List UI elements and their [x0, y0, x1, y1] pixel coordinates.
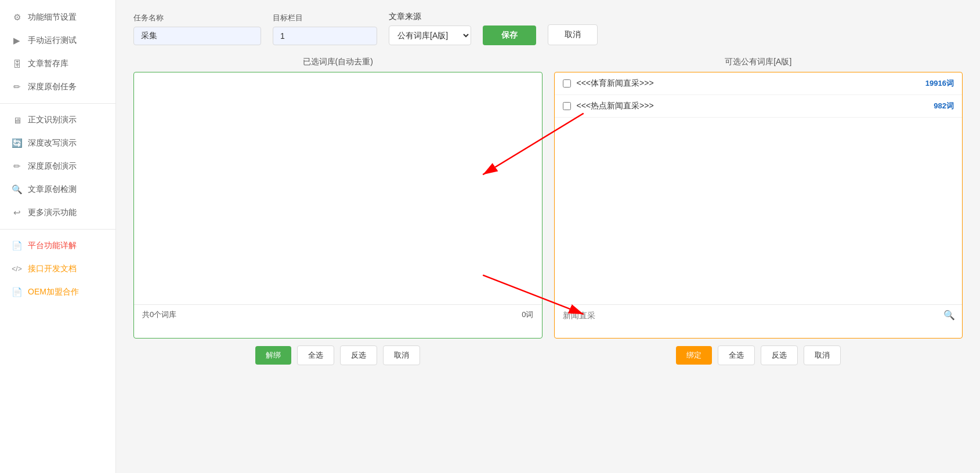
- word-label-2: <<<热点新闻直采>>>: [577, 101, 928, 111]
- sidebar-item-text-recognize[interactable]: 🖥 正文识别演示: [0, 108, 115, 132]
- doc2-icon: 📄: [12, 287, 22, 297]
- search-icon: 🔍: [12, 184, 22, 195]
- target-group: 目标栏目: [273, 13, 377, 45]
- right-panel: 可选公有词库[A版] <<<体育新闻直采>>> 19916词 <<<热点新闻直采…: [554, 57, 963, 365]
- doc-icon: 📄: [12, 241, 22, 251]
- search-input[interactable]: [555, 306, 937, 325]
- sidebar-item-manual-run[interactable]: ▶ 手动运行测试: [0, 29, 115, 52]
- main-content: 任务名称 目标栏目 文章来源 公有词库[A版] 私有词库 其他 保存 取消 已选…: [116, 0, 980, 473]
- edit2-icon: ✏: [12, 161, 22, 172]
- source-select[interactable]: 公有词库[A版] 私有词库 其他: [389, 26, 471, 45]
- sidebar-item-feature-settings[interactable]: ⚙ 功能细节设置: [0, 6, 115, 29]
- task-name-label: 任务名称: [133, 13, 261, 23]
- word-checkbox-1[interactable]: [563, 79, 571, 88]
- code-icon: </>: [12, 264, 22, 274]
- monitor-icon: 🖥: [12, 115, 22, 125]
- right-panel-box: <<<体育新闻直采>>> 19916词 <<<热点新闻直采>>> 982词 🔍: [554, 72, 963, 339]
- left-invert-button[interactable]: 反选: [340, 345, 377, 365]
- bind-button[interactable]: 绑定: [676, 346, 712, 365]
- left-panel-title: 已选词库(自动去重): [133, 57, 543, 67]
- sidebar-item-article-check[interactable]: 🔍 文章原创检测: [0, 178, 115, 201]
- left-panel-count: 共0个词库: [142, 310, 176, 320]
- word-label-1: <<<体育新闻直采>>>: [577, 78, 920, 89]
- word-item-1: <<<体育新闻直采>>> 19916词: [555, 72, 963, 95]
- target-label: 目标栏目: [273, 13, 377, 23]
- sidebar-item-deep-original-demo[interactable]: ✏ 深度原创演示: [0, 155, 115, 178]
- left-panel: 已选词库(自动去重) 共0个词库 0词 解绑 全选 反选 取消: [133, 57, 543, 365]
- task-name-group: 任务名称: [133, 13, 261, 45]
- refresh-icon: 🔄: [12, 138, 22, 148]
- sidebar-item-article-draft[interactable]: 🗄 文章暂存库: [0, 52, 115, 75]
- search-footer: 🔍: [555, 304, 963, 325]
- left-panel-content: [134, 72, 542, 304]
- search-button[interactable]: 🔍: [936, 305, 962, 325]
- left-panel-footer: 共0个词库 0词: [134, 304, 542, 325]
- gear-icon: ⚙: [12, 12, 22, 23]
- sidebar-item-api-docs[interactable]: </> 接口开发文档: [0, 257, 115, 281]
- right-select-all-button[interactable]: 全选: [718, 345, 755, 365]
- play-icon: ▶: [12, 35, 22, 46]
- right-cancel-button[interactable]: 取消: [804, 345, 841, 365]
- right-invert-button[interactable]: 反选: [761, 345, 798, 365]
- sidebar-item-more-demo[interactable]: ↩ 更多演示功能: [0, 201, 115, 224]
- unbind-button[interactable]: 解绑: [255, 346, 291, 365]
- more-icon: ↩: [12, 208, 22, 218]
- right-panel-title: 可选公有词库[A版]: [554, 57, 963, 67]
- left-cancel-button[interactable]: 取消: [383, 345, 420, 365]
- left-action-row: 解绑 全选 反选 取消: [133, 345, 543, 365]
- edit-icon: ✏: [12, 82, 22, 92]
- sidebar-item-platform-detail[interactable]: 📄 平台功能详解: [0, 234, 115, 257]
- divider-1: [0, 103, 115, 104]
- word-checkbox-2[interactable]: [563, 102, 571, 110]
- panels: 已选词库(自动去重) 共0个词库 0词 解绑 全选 反选 取消: [133, 57, 963, 365]
- target-input[interactable]: [273, 27, 377, 45]
- word-count-2: 982词: [934, 101, 954, 111]
- right-action-row: 绑定 全选 反选 取消: [554, 345, 963, 365]
- task-name-input[interactable]: [133, 27, 261, 45]
- panels-wrapper: 已选词库(自动去重) 共0个词库 0词 解绑 全选 反选 取消: [133, 57, 963, 365]
- sidebar: ⚙ 功能细节设置 ▶ 手动运行测试 🗄 文章暂存库 ✏ 深度原创任务 🖥 正文识…: [0, 0, 116, 473]
- source-group: 文章来源 公有词库[A版] 私有词库 其他: [389, 12, 471, 45]
- left-panel-words: 0词: [522, 310, 533, 320]
- left-select-all-button[interactable]: 全选: [297, 345, 334, 365]
- cancel-top-button[interactable]: 取消: [548, 24, 598, 45]
- sidebar-item-deep-rewrite[interactable]: 🔄 深度改写演示: [0, 132, 115, 155]
- sidebar-item-oem-coop[interactable]: 📄 OEM加盟合作: [0, 281, 115, 304]
- divider-2: [0, 229, 115, 230]
- sidebar-item-deep-original[interactable]: ✏ 深度原创任务: [0, 75, 115, 99]
- word-count-1: 19916词: [925, 78, 954, 89]
- left-panel-box: 共0个词库 0词: [133, 72, 543, 339]
- source-label: 文章来源: [389, 12, 471, 22]
- source-select-wrap: 公有词库[A版] 私有词库 其他: [389, 26, 471, 45]
- right-panel-content: <<<体育新闻直采>>> 19916词 <<<热点新闻直采>>> 982词: [555, 72, 963, 304]
- database-icon: 🗄: [12, 59, 22, 69]
- save-button[interactable]: 保存: [483, 26, 536, 45]
- word-item-2: <<<热点新闻直采>>> 982词: [555, 95, 963, 118]
- form-row: 任务名称 目标栏目 文章来源 公有词库[A版] 私有词库 其他 保存 取消: [133, 12, 963, 45]
